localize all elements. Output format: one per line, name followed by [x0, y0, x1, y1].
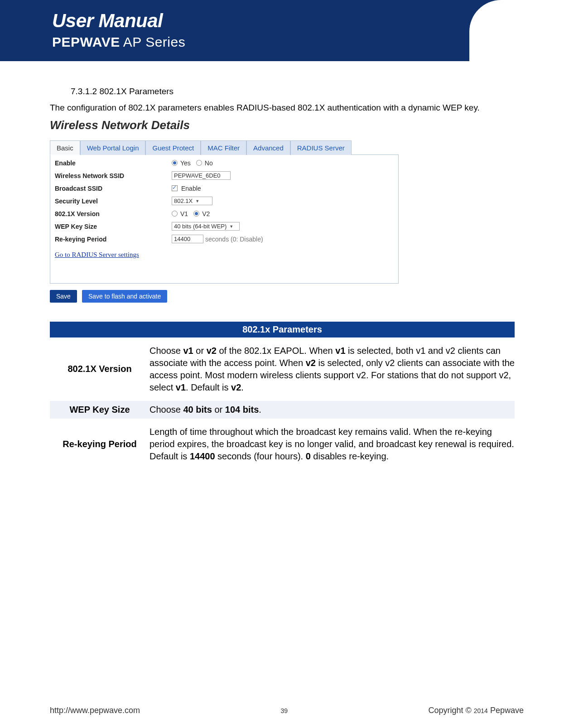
table-row: 802.1X Version Choose v1 or v2 of the 80…: [50, 342, 515, 396]
tabs: Basic Web Portal Login Guest Protect MAC…: [50, 140, 399, 155]
page-content: 7.3.1.2 802.1X Parameters The configurat…: [0, 61, 569, 465]
security-level-label: Security Level: [55, 198, 172, 205]
security-level-value: 802.1X: [174, 198, 193, 204]
broadcast-checkbox[interactable]: [172, 185, 178, 191]
tab-advanced[interactable]: Advanced: [246, 140, 290, 155]
doc-subtitle: PEPWAVE AP Series: [52, 34, 569, 50]
rekey-input[interactable]: 14400: [172, 235, 203, 243]
rekey-suffix: seconds (0: Disable): [205, 236, 263, 243]
v1-radio[interactable]: [172, 211, 178, 217]
param-desc: Choose v1 or v2 of the 802.1x EAPOL. Whe…: [149, 342, 515, 396]
broadcast-label: Broadcast SSID: [55, 185, 172, 192]
page-number: 39: [280, 707, 288, 714]
table-row: Re-keying Period Length of time througho…: [50, 423, 515, 465]
enable-yes-text: Yes: [180, 159, 191, 167]
brand-bold: PEPWAVE: [52, 34, 120, 49]
enable-label: Enable: [55, 159, 172, 167]
param-table-title: 802.1x Parameters: [50, 322, 515, 337]
section-number: 7.3.1.2 802.1X Parameters: [71, 87, 515, 96]
ssid-input[interactable]: PEPWAVE_6DE0: [172, 171, 231, 180]
parameter-table: 802.1x Parameters 802.1X Version Choose …: [50, 322, 515, 465]
ui-screenshot: Wireless Network Details Basic Web Porta…: [50, 118, 399, 303]
param-desc: Choose 40 bits or 104 bits.: [149, 401, 515, 419]
save-flash-button[interactable]: Save to flash and activate: [82, 290, 167, 303]
doc-title: User Manual: [52, 10, 569, 32]
doc-header: User Manual PEPWAVE AP Series: [0, 0, 569, 61]
security-level-select[interactable]: 802.1X ▼: [172, 197, 212, 205]
v1-text: V1: [180, 210, 188, 217]
wep-size-value: 40 bits (64-bit WEP): [174, 223, 227, 230]
panel-title: Wireless Network Details: [50, 118, 399, 132]
enable-yes-radio[interactable]: [172, 160, 178, 166]
tab-guest-protect[interactable]: Guest Protect: [145, 140, 201, 155]
save-button[interactable]: Save: [50, 290, 77, 303]
wep-size-select[interactable]: 40 bits (64-bit WEP) ▼: [172, 222, 240, 231]
tab-web-portal-login[interactable]: Web Portal Login: [80, 140, 146, 155]
brand-rest: AP Series: [120, 34, 186, 49]
param-name: WEP Key Size: [50, 401, 149, 419]
chevron-down-icon: ▼: [229, 224, 233, 229]
v2-radio[interactable]: [193, 211, 199, 217]
radius-settings-link[interactable]: Go to RADIUS Server settings: [50, 246, 398, 260]
form-panel: Enable Yes No Wireless Network SSID PEPW…: [50, 154, 399, 284]
v2-text: V2: [202, 210, 210, 217]
param-name: Re-keying Period: [50, 423, 149, 465]
page-footer: http://www.pepwave.com 39 Copyright © 20…: [0, 706, 569, 715]
tab-radius-server[interactable]: RADIUS Server: [290, 140, 352, 155]
enable-no-text: No: [205, 159, 213, 167]
version-label: 802.1X Version: [55, 210, 172, 217]
enable-no-radio[interactable]: [196, 160, 202, 166]
table-row: WEP Key Size Choose 40 bits or 104 bits.: [50, 401, 515, 419]
footer-url: http://www.pepwave.com: [50, 706, 140, 715]
tab-basic[interactable]: Basic: [50, 140, 80, 155]
ssid-label: Wireless Network SSID: [55, 172, 172, 179]
param-name: 802.1X Version: [50, 342, 149, 396]
wep-size-label: WEP Key Size: [55, 223, 172, 230]
chevron-down-icon: ▼: [195, 199, 199, 203]
section-intro: The configuration of 802.1X parameters e…: [50, 102, 515, 114]
rekey-label: Re-keying Period: [55, 236, 172, 243]
tab-mac-filter[interactable]: MAC Filter: [201, 140, 246, 155]
broadcast-text: Enable: [181, 185, 201, 192]
param-desc: Length of time throughout which the broa…: [149, 423, 515, 465]
copyright: Copyright © 2014 Pepwave: [428, 706, 524, 715]
